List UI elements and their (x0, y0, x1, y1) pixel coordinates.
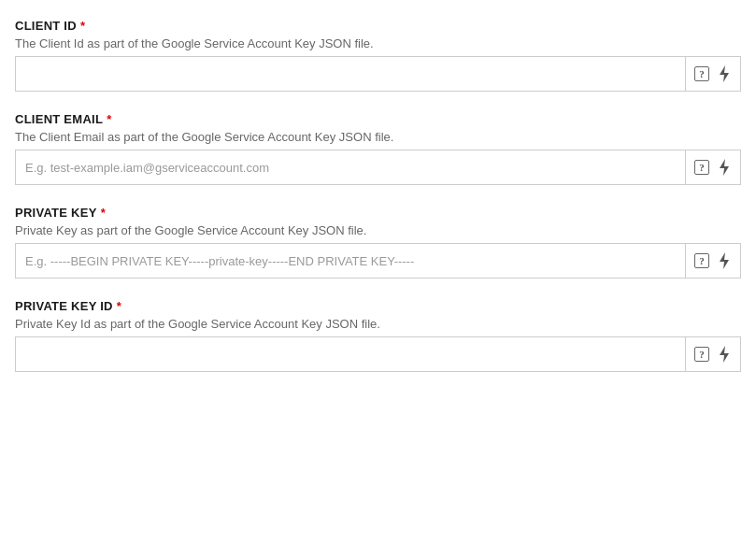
field-label-text-private-key: PRIVATE KEY (15, 206, 97, 220)
input-private-key-id[interactable] (16, 337, 685, 371)
field-label-text-private-key-id: PRIVATE KEY ID (15, 299, 113, 313)
svg-marker-1 (720, 159, 729, 176)
help-icon-private-key[interactable]: ? (692, 250, 712, 271)
lightning-svg-private-key-id (718, 346, 731, 363)
field-label-client-email: CLIENT EMAIL* (15, 112, 741, 126)
input-icons-private-key: ? (685, 244, 740, 278)
input-client-email[interactable] (16, 150, 685, 184)
input-wrapper-client-id: ? (15, 56, 741, 92)
svg-marker-2 (720, 252, 729, 269)
field-section-client-email: CLIENT EMAIL*The Client Email as part of… (15, 112, 741, 185)
field-description-client-email: The Client Email as part of the Google S… (15, 130, 741, 144)
field-description-private-key: Private Key as part of the Google Servic… (15, 223, 741, 237)
field-section-private-key-id: PRIVATE KEY ID*Private Key Id as part of… (15, 299, 741, 372)
lightning-svg-client-email (718, 159, 731, 176)
field-label-client-id: CLIENT ID* (15, 19, 741, 33)
help-icon-client-id[interactable]: ? (692, 64, 712, 84)
svg-marker-0 (720, 65, 729, 82)
form-container: CLIENT ID*The Client Id as part of the G… (15, 19, 741, 372)
lightning-icon-client-email[interactable] (714, 157, 735, 178)
field-label-text-client-email: CLIENT EMAIL (15, 112, 103, 126)
field-label-private-key: PRIVATE KEY* (15, 206, 741, 220)
input-client-id[interactable] (16, 57, 685, 91)
lightning-icon-private-key[interactable] (714, 250, 735, 271)
input-wrapper-private-key: ? (15, 243, 741, 279)
required-indicator-client-email: * (107, 112, 111, 126)
field-section-client-id: CLIENT ID*The Client Id as part of the G… (15, 19, 741, 92)
question-icon-inner-private-key: ? (694, 253, 709, 268)
question-icon-inner-private-key-id: ? (694, 347, 709, 362)
lightning-svg-client-id (718, 65, 731, 82)
lightning-icon-private-key-id[interactable] (714, 344, 735, 364)
field-description-private-key-id: Private Key Id as part of the Google Ser… (15, 317, 741, 331)
input-wrapper-client-email: ? (15, 150, 741, 185)
field-section-private-key: PRIVATE KEY*Private Key as part of the G… (15, 206, 741, 279)
field-label-private-key-id: PRIVATE KEY ID* (15, 299, 741, 313)
field-description-client-id: The Client Id as part of the Google Serv… (15, 36, 741, 50)
lightning-icon-client-id[interactable] (714, 64, 735, 84)
required-indicator-private-key: * (101, 206, 106, 220)
svg-marker-3 (720, 346, 729, 363)
question-icon-inner-client-id: ? (694, 66, 709, 81)
input-icons-private-key-id: ? (685, 337, 740, 371)
input-icons-client-email: ? (685, 150, 740, 184)
question-icon-inner-client-email: ? (694, 160, 709, 175)
help-icon-private-key-id[interactable]: ? (692, 344, 712, 364)
required-indicator-client-id: * (80, 19, 85, 33)
input-private-key[interactable] (16, 244, 685, 278)
input-wrapper-private-key-id: ? (15, 336, 741, 372)
help-icon-client-email[interactable]: ? (692, 157, 712, 178)
lightning-svg-private-key (718, 252, 731, 269)
field-label-text-client-id: CLIENT ID (15, 19, 77, 33)
required-indicator-private-key-id: * (117, 299, 121, 313)
input-icons-client-id: ? (685, 57, 740, 91)
